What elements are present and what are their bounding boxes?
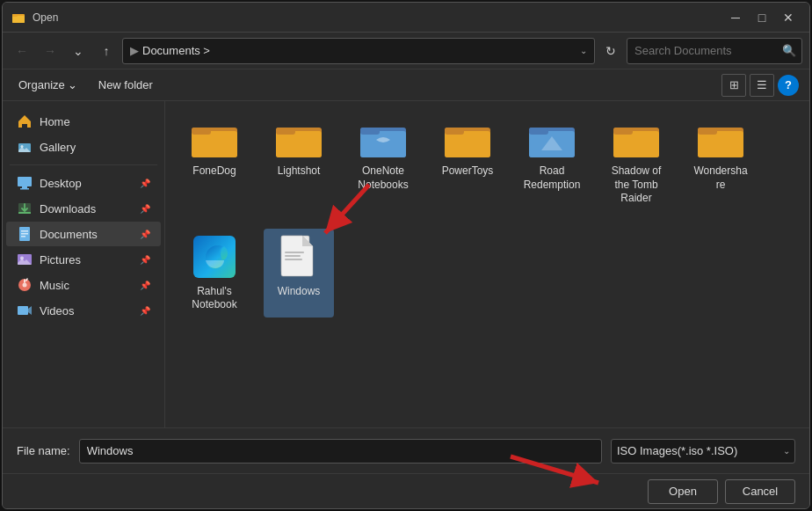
folder-shadow-tomb-label: Shadow of the Tomb Raider <box>605 164 668 206</box>
svg-rect-11 <box>21 230 28 232</box>
file-windows[interactable]: Windows <box>264 229 334 318</box>
navigation-toolbar: ← → ⌄ ↑ ▶ Documents > ⌄ ↻ 🔍 <box>3 33 809 69</box>
folders-grid: FoneDog Lightshot <box>179 115 795 211</box>
secondary-toolbar: Organize ⌄ New folder ⊞ ☰ ? <box>3 69 809 101</box>
sidebar-label-music: Music <box>40 279 133 292</box>
downloads-pin-icon: 📌 <box>140 204 150 214</box>
svg-point-17 <box>23 283 27 288</box>
svg-rect-24 <box>276 128 295 135</box>
pictures-icon <box>17 252 33 267</box>
folder-wondershare[interactable]: Wondersha re <box>685 115 756 211</box>
folder-onenote[interactable]: OneNote Notebooks <box>348 115 418 211</box>
music-icon <box>17 277 33 293</box>
folder-powertoys-icon <box>445 120 490 159</box>
documents-icon <box>17 226 33 242</box>
windows-file-icon <box>278 234 320 280</box>
refresh-button[interactable]: ↻ <box>598 39 623 63</box>
recent-button[interactable]: ⌄ <box>66 39 91 63</box>
folder-shadow-tomb[interactable]: Shadow of the Tomb Raider <box>601 115 671 211</box>
address-text: Documents > <box>142 44 580 57</box>
sidebar-item-gallery[interactable]: Gallery <box>6 135 161 159</box>
folder-fonedog-label: FoneDog <box>192 164 236 179</box>
svg-rect-9 <box>18 212 31 214</box>
main-content: Home Gallery Desktop 📌 <box>3 101 809 427</box>
svg-rect-6 <box>22 186 27 188</box>
desktop-pin-icon: 📌 <box>140 179 150 188</box>
svg-rect-43 <box>285 255 301 257</box>
svg-rect-20 <box>192 131 237 157</box>
folder-lightshot[interactable]: Lightshot <box>264 115 334 211</box>
svg-rect-27 <box>360 128 380 135</box>
svg-rect-26 <box>360 131 406 157</box>
svg-rect-21 <box>192 128 211 135</box>
edge-shortcut-icon <box>193 234 236 280</box>
sidebar-item-downloads[interactable]: Downloads 📌 <box>6 196 161 221</box>
folder-fonedog[interactable]: FoneDog <box>179 115 250 211</box>
file-rahuls-notebook-label: Rahul's Notebook <box>183 285 246 312</box>
folder-powertoys-label: PowerToys <box>442 164 494 179</box>
organize-chevron-icon: ⌄ <box>68 78 77 91</box>
search-icon: 🔍 <box>782 44 796 57</box>
folder-powertoys[interactable]: PowerToys <box>432 115 503 211</box>
svg-rect-33 <box>529 128 548 135</box>
svg-rect-36 <box>613 128 633 135</box>
folder-shadow-tomb-icon <box>613 120 659 159</box>
dialog-title: Open <box>33 11 723 24</box>
sidebar-item-pictures[interactable]: Pictures 📌 <box>6 247 161 272</box>
file-rahuls-notebook[interactable]: Rahul's Notebook <box>179 229 250 318</box>
desktop-icon <box>17 175 33 191</box>
filetype-select[interactable]: ISO Images(*.iso *.ISO) All Files (*.*) <box>611 439 795 464</box>
svg-rect-1 <box>12 16 25 23</box>
folder-lightshot-label: Lightshot <box>278 164 321 179</box>
svg-rect-35 <box>613 131 659 157</box>
sidebar-label-gallery: Gallery <box>40 141 150 154</box>
help-button[interactable]: ? <box>778 75 799 96</box>
folder-road-redemption[interactable]: Road Redemption <box>517 115 587 211</box>
search-input[interactable] <box>634 44 782 57</box>
sidebar-label-pictures: Pictures <box>40 253 133 266</box>
svg-rect-39 <box>698 128 717 135</box>
svg-rect-13 <box>21 236 25 237</box>
new-folder-button[interactable]: New folder <box>93 75 158 95</box>
sidebar-divider-1 <box>10 164 157 165</box>
organize-button[interactable]: Organize ⌄ <box>13 75 83 95</box>
open-dialog: Open ─ □ ✕ ← → ⌄ ↑ ▶ Documents > ⌄ ↻ 🔍 O… <box>2 2 810 509</box>
folder-onenote-icon <box>360 120 406 159</box>
sidebar-item-desktop[interactable]: Desktop 📌 <box>6 171 161 195</box>
sidebar-item-documents[interactable]: Documents 📌 <box>6 222 161 246</box>
sidebar-label-home: Home <box>40 115 150 128</box>
sidebar-item-music[interactable]: Music 📌 <box>6 273 161 297</box>
up-button[interactable]: ↑ <box>94 39 119 63</box>
list-view-button[interactable]: ☰ <box>750 74 774 97</box>
sidebar-label-desktop: Desktop <box>40 177 133 190</box>
filename-input[interactable] <box>79 439 602 464</box>
minimize-button[interactable]: ─ <box>723 7 748 28</box>
view-controls: ⊞ ☰ ? <box>721 74 799 97</box>
back-button[interactable]: ← <box>10 39 34 63</box>
folder-wondershare-label: Wondersha re <box>689 164 752 192</box>
documents-pin-icon: 📌 <box>140 230 150 239</box>
svg-rect-7 <box>20 188 29 190</box>
open-button[interactable]: Open <box>648 479 718 504</box>
sidebar-item-home[interactable]: Home <box>6 109 161 134</box>
svg-rect-2 <box>12 14 18 17</box>
forward-button[interactable]: → <box>38 39 62 63</box>
sidebar-label-documents: Documents <box>40 228 133 241</box>
close-button[interactable]: ✕ <box>776 7 801 28</box>
folder-lightshot-icon <box>276 120 322 159</box>
maximize-button[interactable]: □ <box>750 7 774 28</box>
action-row: Open Cancel <box>3 473 809 508</box>
folder-road-redemption-label: Road Redemption <box>520 164 584 192</box>
address-chevron-icon: ⌄ <box>580 46 587 55</box>
sidebar-item-videos[interactable]: Videos 📌 <box>6 298 161 323</box>
svg-rect-23 <box>276 131 322 157</box>
svg-rect-44 <box>285 259 302 260</box>
cancel-button[interactable]: Cancel <box>725 479 795 504</box>
videos-icon <box>17 303 33 318</box>
address-bar[interactable]: ▶ Documents > ⌄ <box>122 38 595 64</box>
grid-view-button[interactable]: ⊞ <box>721 74 746 97</box>
svg-rect-29 <box>445 131 490 157</box>
search-box[interactable]: 🔍 <box>627 38 802 64</box>
svg-rect-12 <box>21 233 28 235</box>
dialog-icon <box>11 11 25 25</box>
